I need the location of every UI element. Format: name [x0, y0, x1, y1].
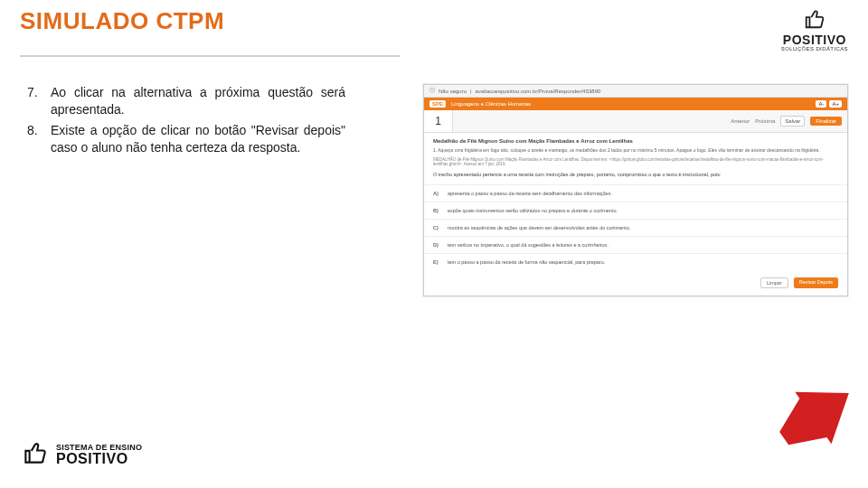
- info-icon: ⓘ: [429, 87, 435, 95]
- alternative-b[interactable]: B) expõe quais instrumentos serão utiliz…: [424, 202, 847, 219]
- alternative-key: C): [433, 225, 448, 230]
- positivo-footer-logo: SISTEMA DE ENSINO POSITIVO: [20, 439, 142, 470]
- alternative-text: tem o passo a passo da receita de forma …: [448, 259, 605, 265]
- question-excerpt: 1. Aqueça uma frigideira em fogo alto, c…: [433, 147, 838, 154]
- url-text: avaliacoespositivo.com.br/Prova/Responde…: [476, 89, 601, 94]
- question-number: 1: [424, 110, 453, 132]
- font-increase-button[interactable]: A+: [829, 100, 842, 108]
- question-citation: MEDALHÃO de Filé Mignon Suíno com Maçãs …: [433, 157, 838, 166]
- instruction-list: Ao clicar na alternativa a próxima quest…: [20, 84, 345, 156]
- brand-subtitle: SOLUÇÕES DIDÁTICAS: [781, 46, 848, 52]
- alternative-c[interactable]: C) mostra as sequências de ações que dev…: [424, 219, 847, 236]
- alternative-d[interactable]: D) tem verbos no imperativo, o qual dá s…: [424, 236, 847, 253]
- footer-brand-line2: POSITIVO: [56, 452, 142, 465]
- secure-label: Não seguro: [439, 89, 467, 94]
- callout-arrow-icon: [776, 384, 857, 447]
- question-stem: O trecho apresentado pertence a uma rece…: [433, 172, 838, 177]
- quiz-screenshot: ⓘ Não seguro | avaliacoespositivo.com.br…: [423, 84, 848, 296]
- positivo-corner-logo: POSITIVO SOLUÇÕES DIDÁTICAS: [781, 7, 848, 52]
- svg-marker-0: [776, 384, 857, 447]
- alternative-a[interactable]: A) apresenta o passo a passo da receita …: [424, 184, 847, 202]
- alternative-e[interactable]: E) tem o passo a passo da receita de for…: [424, 253, 847, 270]
- page-title: SIMULADO CTPM: [20, 7, 224, 35]
- review-later-button[interactable]: Revisar Depois: [794, 277, 838, 288]
- question-title: Medalhão de Filé Mignon Suíno com Maçãs …: [433, 138, 838, 144]
- alternative-text: tem verbos no imperativo, o qual dá suge…: [448, 242, 609, 248]
- instruction-step-8: Existe a opção de clicar no botão "Revis…: [20, 122, 345, 156]
- browser-url-bar: ⓘ Não seguro | avaliacoespositivo.com.br…: [424, 85, 847, 98]
- alternative-key: A): [433, 191, 448, 196]
- next-question-link[interactable]: Próxima: [755, 118, 775, 124]
- thumbs-up-icon: [20, 439, 51, 470]
- area-header-bar: SPE Linguagens e Ciências Humanas A- A+: [424, 98, 847, 110]
- question-nav-bar: 1 Anterior Próxima Salvar Finalizar: [424, 110, 847, 133]
- area-label: Linguagens e Ciências Humanas: [451, 101, 531, 107]
- brand-name: POSITIVO: [781, 33, 848, 46]
- alternative-text: mostra as sequências de ações que devem …: [448, 225, 630, 230]
- font-decrease-button[interactable]: A-: [816, 100, 826, 108]
- thumbs-up-icon: [781, 7, 848, 33]
- alternative-text: expõe quais instrumentos serão utilizado…: [448, 208, 618, 213]
- alternative-text: apresenta o passo a passo da receita sem…: [448, 191, 612, 196]
- finish-button[interactable]: Finalizar: [810, 117, 842, 126]
- clear-button[interactable]: Limpar: [760, 277, 788, 288]
- save-button[interactable]: Salvar: [780, 116, 805, 127]
- system-badge: SPE: [429, 100, 446, 108]
- prev-question-link[interactable]: Anterior: [731, 118, 750, 124]
- alternative-key: B): [433, 208, 448, 213]
- instruction-step-7: Ao clicar na alternativa a próxima quest…: [20, 84, 345, 118]
- alternative-key: D): [433, 242, 448, 248]
- alternative-key: E): [433, 259, 448, 265]
